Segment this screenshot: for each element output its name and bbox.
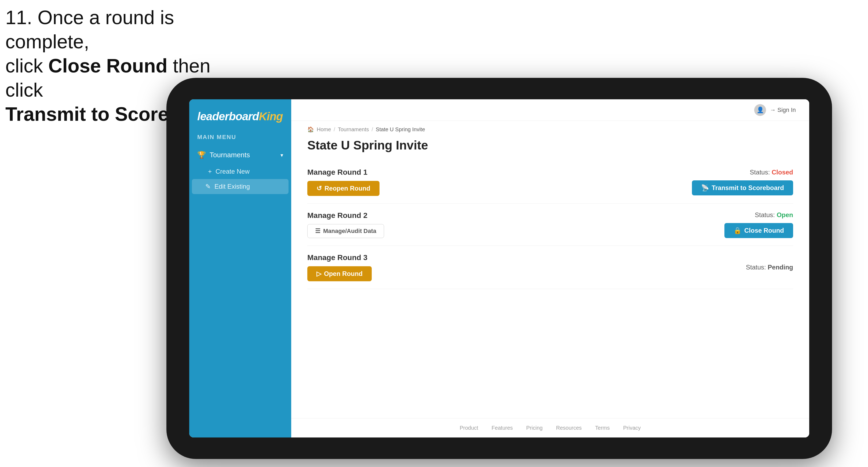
round-1-title: Manage Round 1: [307, 168, 379, 177]
transmit-icon: 📡: [701, 184, 709, 192]
footer-terms[interactable]: Terms: [595, 425, 610, 431]
round-1-status-value: Closed: [772, 168, 793, 176]
content-area: Manage Round 1 ↺ Reopen Round Status: Cl…: [291, 160, 809, 418]
manage-audit-data-button[interactable]: ☰ Manage/Audit Data: [307, 224, 384, 238]
main-content: 👤 → Sign In 🏠 Home / Tournaments / State…: [291, 99, 809, 437]
top-nav: 👤 → Sign In: [291, 99, 809, 121]
round-2-title: Manage Round 2: [307, 211, 384, 220]
plus-icon: +: [208, 168, 212, 175]
create-new-label: Create New: [216, 168, 250, 175]
sidebar: leaderboardKing MAIN MENU 🏆 Tournaments …: [189, 99, 291, 437]
sidebar-item-create-new[interactable]: + Create New: [189, 164, 291, 179]
round-3-status-value: Pending: [768, 263, 793, 271]
footer-pricing[interactable]: Pricing: [526, 425, 543, 431]
sign-in-area[interactable]: 👤 → Sign In: [754, 104, 796, 116]
round-1-status: Status: Closed: [750, 168, 793, 176]
round-3-status: Status: Pending: [746, 263, 793, 271]
round-3-title: Manage Round 3: [307, 253, 372, 262]
logo-leaderboard-text: leaderboard: [197, 110, 259, 123]
tablet-screen: leaderboardKing MAIN MENU 🏆 Tournaments …: [189, 99, 809, 437]
user-avatar: 👤: [754, 104, 766, 116]
logo-area: leaderboardKing: [189, 110, 291, 134]
breadcrumb-tournaments[interactable]: Tournaments: [338, 126, 369, 132]
main-menu-label: MAIN MENU: [189, 134, 291, 146]
close-round-label: Close Round: [744, 227, 784, 234]
round-1-section: Manage Round 1 ↺ Reopen Round Status: Cl…: [307, 160, 793, 204]
footer-resources[interactable]: Resources: [556, 425, 582, 431]
round-2-section: Manage Round 2 ☰ Manage/Audit Data Statu…: [307, 204, 793, 246]
edit-existing-label: Edit Existing: [214, 183, 250, 190]
sidebar-item-tournaments[interactable]: 🏆 Tournaments ▾: [189, 146, 291, 164]
trophy-icon: 🏆: [197, 151, 206, 159]
tournaments-label: Tournaments: [210, 151, 250, 159]
footer-privacy[interactable]: Privacy: [623, 425, 641, 431]
breadcrumb-sep1: /: [334, 126, 335, 132]
page-title: State U Spring Invite: [291, 135, 809, 160]
reopen-round-label: Reopen Round: [324, 185, 370, 192]
chevron-down-icon: ▾: [280, 152, 283, 158]
round-3-section: Manage Round 3 ▷ Open Round Status: Pend…: [307, 246, 793, 289]
open-icon: ▷: [316, 270, 321, 278]
home-icon: 🏠: [307, 126, 314, 132]
edit-icon: ✎: [205, 183, 211, 190]
tablet-device: leaderboardKing MAIN MENU 🏆 Tournaments …: [166, 78, 832, 459]
close-round-button[interactable]: 🔒 Close Round: [724, 223, 793, 238]
breadcrumb-home[interactable]: Home: [317, 126, 331, 132]
footer-features[interactable]: Features: [492, 425, 513, 431]
breadcrumb: 🏠 Home / Tournaments / State U Spring In…: [291, 121, 809, 135]
open-round-label: Open Round: [324, 270, 363, 278]
round-2-status: Status: Open: [755, 211, 793, 219]
reopen-icon: ↺: [316, 185, 322, 192]
transmit-label: Transmit to Scoreboard: [712, 184, 784, 192]
manage-audit-label: Manage/Audit Data: [323, 227, 376, 235]
sign-in-label: → Sign In: [770, 106, 796, 114]
sidebar-item-edit-existing[interactable]: ✎ Edit Existing: [192, 179, 288, 194]
close-icon: 🔒: [734, 227, 742, 234]
round-2-status-value: Open: [777, 211, 793, 218]
breadcrumb-current: State U Spring Invite: [376, 126, 425, 132]
manage-icon: ☰: [315, 227, 320, 235]
logo-king-text: King: [259, 110, 283, 123]
app-logo: leaderboardKing: [197, 110, 283, 123]
open-round-button[interactable]: ▷ Open Round: [307, 266, 372, 281]
transmit-to-scoreboard-button[interactable]: 📡 Transmit to Scoreboard: [692, 180, 793, 195]
footer: Product Features Pricing Resources Terms…: [291, 418, 809, 437]
footer-product[interactable]: Product: [460, 425, 478, 431]
breadcrumb-sep2: /: [372, 126, 373, 132]
reopen-round-button[interactable]: ↺ Reopen Round: [307, 181, 379, 196]
